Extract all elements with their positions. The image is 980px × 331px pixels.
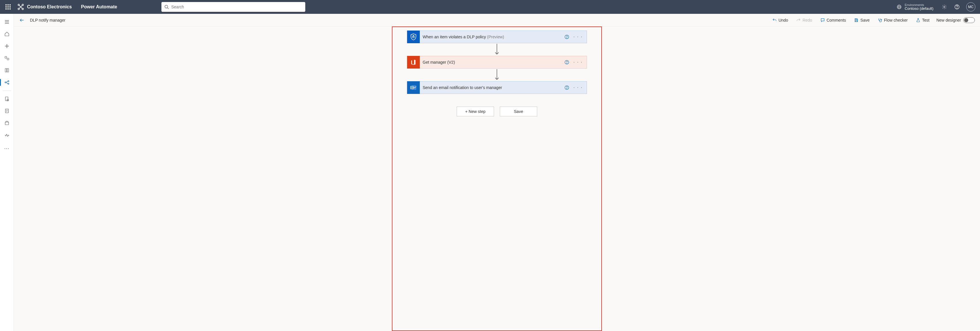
- designer-canvas[interactable]: When an item violates a DLP policy (Prev…: [14, 27, 980, 331]
- ai-icon: [4, 120, 10, 126]
- settings-button[interactable]: [939, 0, 950, 14]
- environment-picker[interactable]: Environments Contoso (default): [892, 3, 937, 11]
- redo-button: Redo: [793, 16, 815, 25]
- ellipsis-icon: ···: [4, 146, 9, 152]
- step-get-manager-menu[interactable]: · · ·: [573, 60, 583, 65]
- globe-icon: [897, 4, 902, 10]
- outlook-icon: [410, 84, 417, 91]
- undo-label: Undo: [779, 18, 788, 22]
- step-send-email-card[interactable]: Send an email notification to user's man…: [407, 81, 587, 94]
- top-header: Contoso Electronics Power Automate Envir…: [0, 0, 980, 14]
- flask-icon: [916, 18, 920, 22]
- svg-rect-10: [5, 56, 6, 58]
- question-circle-icon: [564, 85, 570, 90]
- home-icon: [4, 31, 10, 37]
- new-designer-toggle[interactable]: [963, 17, 975, 23]
- svg-point-1: [22, 4, 24, 6]
- step-trigger-card[interactable]: When an item violates a DLP policy (Prev…: [407, 30, 587, 43]
- step-trigger-title: When an item violates a DLP policy (Prev…: [420, 35, 560, 39]
- nav-home[interactable]: [0, 28, 14, 40]
- new-step-button[interactable]: + New step: [457, 107, 494, 117]
- question-circle-icon: [564, 34, 570, 40]
- comments-button[interactable]: Comments: [818, 16, 849, 25]
- save-icon: [854, 18, 859, 22]
- svg-rect-28: [410, 86, 414, 89]
- step-get-manager-help[interactable]: [564, 60, 570, 65]
- flow-checker-button[interactable]: Flow checker: [875, 16, 910, 25]
- back-button[interactable]: [17, 16, 27, 25]
- brand-block[interactable]: Contoso Electronics: [15, 3, 74, 10]
- gear-icon: [942, 4, 947, 10]
- step-trigger-actions: · · ·: [560, 34, 587, 40]
- shield-lock-icon: [410, 33, 417, 41]
- step-trigger-icon: [407, 30, 420, 43]
- arrow-down-icon: [494, 43, 500, 56]
- step-trigger-help[interactable]: [564, 34, 570, 40]
- nav-more[interactable]: ···: [0, 142, 14, 154]
- help-button[interactable]: [951, 0, 963, 14]
- connector-arrow-2[interactable]: [494, 69, 500, 81]
- flow-title[interactable]: DLP notify manager: [29, 18, 65, 22]
- svg-rect-19: [856, 18, 857, 19]
- new-designer-label: New designer: [936, 18, 961, 22]
- command-bar: DLP notify manager Undo Redo Comments Sa…: [14, 14, 980, 27]
- nav-process[interactable]: [0, 105, 14, 117]
- arrow-down-icon: [494, 69, 500, 81]
- canvas-footer-buttons: + New step Save: [457, 107, 537, 117]
- canvas-save-button[interactable]: Save: [500, 107, 537, 117]
- nav-templates[interactable]: [0, 53, 14, 64]
- svg-point-24: [566, 38, 567, 38]
- undo-icon: [772, 18, 777, 22]
- search-box[interactable]: [161, 2, 305, 12]
- flows-icon: [4, 80, 10, 85]
- test-button[interactable]: Test: [913, 16, 932, 25]
- waffle-icon: [5, 4, 11, 10]
- svg-point-14: [8, 83, 9, 85]
- plus-icon: [4, 43, 10, 49]
- svg-point-4: [165, 5, 168, 8]
- comments-label: Comments: [827, 18, 846, 22]
- approvals-icon: [4, 96, 10, 101]
- user-avatar[interactable]: MC: [966, 2, 975, 11]
- step-get-manager-card[interactable]: Get manager (V2) · · ·: [407, 56, 587, 69]
- toggle-knob: [964, 18, 968, 22]
- svg-point-2: [18, 8, 19, 10]
- nav-learn[interactable]: [0, 64, 14, 76]
- svg-point-3: [22, 8, 24, 10]
- question-circle-icon: [564, 60, 570, 65]
- app-launcher-button[interactable]: [2, 0, 14, 14]
- svg-point-21: [881, 19, 882, 20]
- nav-create[interactable]: [0, 40, 14, 52]
- nav-monitor[interactable]: [0, 130, 14, 141]
- search-container: [161, 2, 305, 12]
- book-icon: [4, 68, 10, 73]
- nav-approvals[interactable]: [0, 93, 14, 105]
- search-input[interactable]: [171, 5, 302, 9]
- left-nav-rail: ···: [0, 14, 14, 331]
- comment-icon: [820, 18, 825, 22]
- search-icon: [164, 5, 169, 9]
- step-send-email-help[interactable]: [564, 85, 570, 90]
- question-icon: [955, 4, 959, 10]
- office-icon: [410, 59, 417, 66]
- environment-text: Environments Contoso (default): [905, 3, 933, 11]
- nav-hamburger[interactable]: [0, 16, 14, 28]
- nav-my-flows[interactable]: [0, 77, 14, 88]
- hamburger-icon: [4, 19, 10, 24]
- save-button[interactable]: Save: [851, 16, 872, 25]
- svg-rect-11: [7, 58, 9, 60]
- connector-arrow-1[interactable]: [494, 43, 500, 56]
- brand-logo-icon: [17, 3, 24, 10]
- environment-name: Contoso (default): [905, 6, 933, 11]
- step-send-email-menu[interactable]: · · ·: [573, 85, 583, 90]
- templates-icon: [4, 56, 10, 61]
- app-name[interactable]: Power Automate: [75, 4, 123, 10]
- step-send-email-icon: [407, 81, 420, 94]
- redo-icon: [796, 18, 801, 22]
- nav-separator: [3, 90, 11, 91]
- monitor-icon: [4, 133, 10, 138]
- step-send-email-actions: · · ·: [560, 85, 587, 90]
- undo-button[interactable]: Undo: [769, 16, 791, 25]
- nav-ai-models[interactable]: [0, 117, 14, 129]
- step-trigger-menu[interactable]: · · ·: [573, 34, 583, 40]
